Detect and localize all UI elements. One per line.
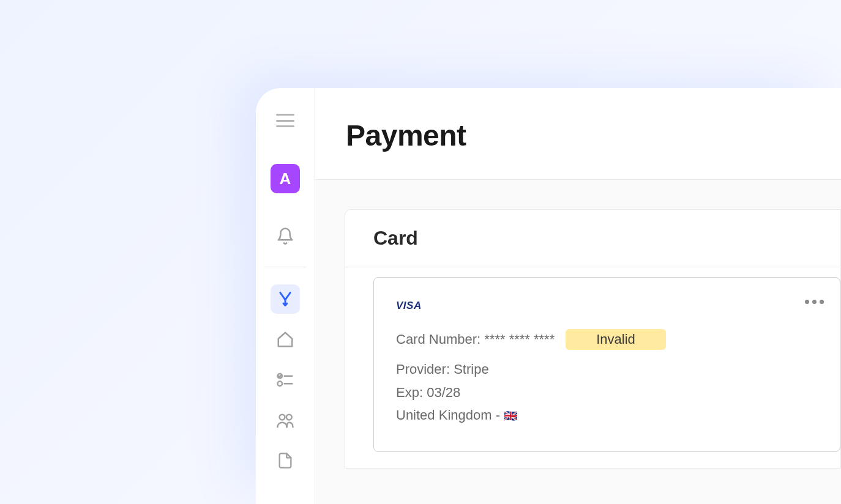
avatar-letter: A (280, 169, 291, 188)
card-panel: Card VISA Card Number: **** **** **** (345, 209, 841, 469)
card-number-value: **** **** **** (484, 332, 555, 347)
card-country-label: United Kingdom - (396, 407, 500, 423)
main: Payment Card VISA Card Number: (315, 88, 841, 504)
svg-point-2 (278, 382, 283, 387)
card-panel-body: VISA Card Number: **** **** **** Invalid… (345, 267, 840, 468)
card-brand-visa: VISA (396, 300, 422, 312)
home-icon (276, 330, 294, 349)
card-exp-field: Exp: 03/28 (396, 381, 818, 404)
svg-point-5 (286, 415, 292, 420)
card-number-field: Card Number: **** **** **** (396, 328, 555, 350)
page-header: Payment (315, 88, 841, 180)
checklist-icon (276, 371, 294, 389)
content-area: Card VISA Card Number: **** **** **** (315, 180, 841, 504)
card-number-label: Card Number: (396, 332, 480, 347)
sidebar: A (256, 88, 315, 504)
people-icon (275, 411, 295, 429)
card-country-field: United Kingdom - 🇬🇧 (396, 404, 818, 426)
card-panel-title: Card (373, 227, 840, 250)
card-number-row: Card Number: **** **** **** Invalid (396, 328, 818, 350)
funnel-icon (277, 291, 294, 308)
more-menu-icon[interactable] (805, 300, 824, 304)
app-window: A (256, 88, 841, 504)
nav-item-checklist[interactable] (271, 365, 300, 395)
nav-item-notifications[interactable] (271, 221, 300, 251)
card-provider-label: Provider: (396, 361, 450, 377)
menu-icon[interactable] (276, 114, 294, 127)
card-provider-field: Provider: Stripe (396, 358, 818, 380)
document-icon (277, 452, 294, 469)
avatar[interactable]: A (271, 164, 300, 193)
nav-item-document[interactable] (271, 446, 300, 475)
page-title: Payment (346, 119, 841, 152)
card-panel-header: Card (345, 210, 840, 267)
uk-flag-icon: 🇬🇧 (504, 410, 517, 422)
status-badge-invalid: Invalid (566, 329, 666, 350)
payment-card: VISA Card Number: **** **** **** Invalid… (373, 277, 840, 452)
svg-point-4 (280, 415, 285, 420)
card-exp-label: Exp: (396, 385, 423, 400)
nav-item-home[interactable] (271, 325, 300, 354)
nav-item-people[interactable] (271, 406, 300, 435)
nav-item-funnel[interactable] (271, 284, 300, 314)
card-provider-value: Stripe (454, 361, 488, 377)
card-exp-value: 03/28 (427, 385, 460, 400)
bell-icon (276, 227, 294, 245)
nav-divider (264, 267, 306, 267)
